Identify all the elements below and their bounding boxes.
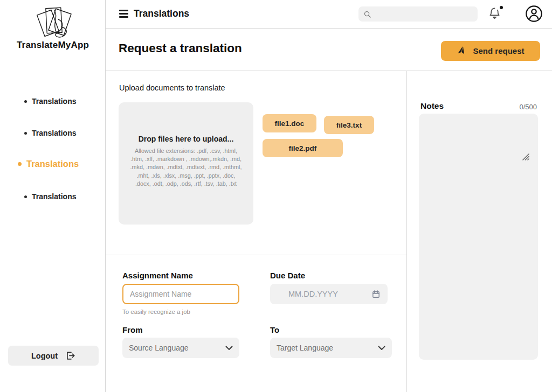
- sidebar-item-translations-3-active[interactable]: Translations: [18, 159, 79, 169]
- resize-grip-icon[interactable]: [522, 153, 530, 160]
- paper-plane-icon: [457, 46, 466, 56]
- request-form-panel: Upload documents to translate Drop files…: [106, 71, 407, 392]
- notes-panel: Notes 0/500: [408, 71, 552, 392]
- uploaded-file-chip[interactable]: file3.txt: [324, 116, 374, 134]
- send-request-button[interactable]: Send request: [441, 41, 540, 61]
- sidebar-item-label: Translations: [32, 97, 76, 106]
- source-language-value: Source Language: [129, 344, 225, 352]
- app-logo-papers-icon: [29, 3, 78, 42]
- notification-badge-dot: [500, 6, 503, 9]
- assignment-name-input[interactable]: [122, 284, 239, 304]
- sidebar-item-translations-1[interactable]: Translations: [24, 97, 76, 106]
- upload-section-label: Upload documents to translate: [119, 83, 225, 92]
- due-date-input[interactable]: [270, 284, 388, 304]
- sidebar-item-translations-4[interactable]: Translations: [24, 192, 76, 201]
- topbar-title: Translations: [134, 8, 189, 19]
- notes-char-counter: 0/500: [519, 103, 537, 111]
- search-icon: [363, 10, 371, 18]
- target-language-value: Target Language: [277, 344, 378, 352]
- source-language-select[interactable]: Source Language: [122, 338, 239, 358]
- uploaded-file-chip[interactable]: file2.pdf: [263, 139, 343, 157]
- logout-button[interactable]: Logout: [8, 346, 99, 366]
- to-language-label: To: [270, 325, 279, 334]
- search-box[interactable]: [358, 6, 478, 22]
- bullet-icon: [24, 132, 27, 135]
- bullet-icon: [24, 100, 27, 103]
- profile-avatar-icon[interactable]: [525, 5, 543, 23]
- due-date-label: Due Date: [270, 271, 305, 280]
- app-window: TranslateMyApp Translations Translations…: [0, 0, 552, 392]
- assignment-name-label: Assignment Name: [122, 271, 193, 280]
- target-language-select[interactable]: Target Language: [270, 338, 392, 358]
- sidebar: TranslateMyApp Translations Translations…: [0, 0, 106, 392]
- sidebar-item-label: Translations: [32, 129, 76, 137]
- page-header: Request a translation Send request: [106, 29, 552, 71]
- app-title: TranslateMyApp: [0, 40, 106, 51]
- from-language-label: From: [122, 325, 143, 334]
- notifications-bell-icon[interactable]: [488, 6, 503, 22]
- logout-icon: [65, 351, 75, 361]
- assignment-name-helper: To easily recognize a job: [122, 309, 190, 315]
- sidebar-item-translations-2[interactable]: Translations: [24, 129, 76, 137]
- notes-label: Notes: [420, 101, 444, 111]
- page-title: Request a translation: [119, 41, 242, 55]
- hamburger-menu-icon[interactable]: [119, 10, 128, 18]
- search-input[interactable]: [371, 10, 478, 18]
- file-dropzone[interactable]: Drop files here to upload... Allowed fil…: [119, 102, 253, 225]
- bullet-icon: [18, 162, 22, 166]
- chevron-down-icon: [225, 346, 233, 351]
- dropzone-title: Drop files here to upload...: [139, 135, 234, 143]
- logout-label: Logout: [31, 352, 58, 360]
- dropzone-allowed-extensions: Allowed file extensions: .pdf, .csv, .ht…: [129, 147, 243, 188]
- sidebar-item-label: Translations: [32, 192, 76, 201]
- sidebar-item-label: Translations: [26, 159, 79, 169]
- send-request-label: Send request: [473, 46, 524, 55]
- uploaded-file-chip[interactable]: file1.doc: [263, 114, 316, 132]
- calendar-icon[interactable]: [371, 289, 381, 299]
- section-divider: [106, 255, 407, 255]
- topbar: Translations: [106, 0, 552, 29]
- due-date-field[interactable]: [270, 284, 388, 304]
- bullet-icon: [24, 195, 27, 198]
- notes-textarea[interactable]: [419, 114, 538, 360]
- chevron-down-icon: [378, 346, 385, 351]
